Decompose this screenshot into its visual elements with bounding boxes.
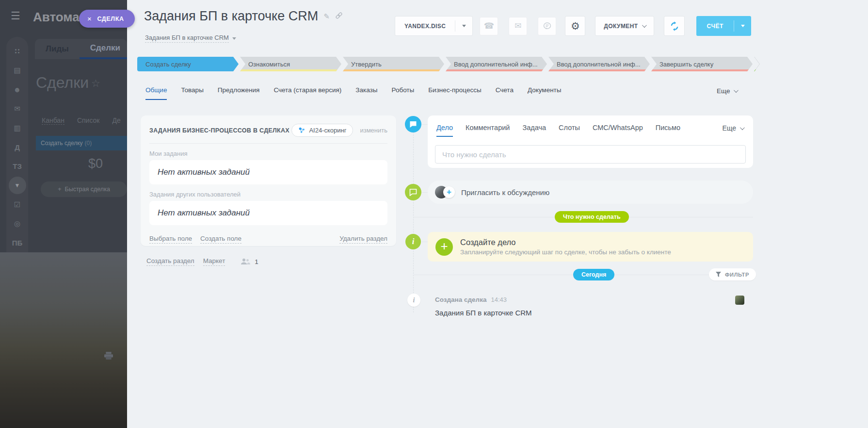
invite-row[interactable]: + Пригласить к обсуждению [428, 181, 753, 204]
deal-badge[interactable]: × СДЕЛКА [79, 10, 135, 28]
stage-review[interactable]: Ознакомиться [240, 57, 341, 71]
edit-section-link[interactable]: изменить [360, 127, 387, 134]
storage-button-label: YANDEX.DISC [395, 23, 455, 30]
hint-title: Создайте дело [460, 238, 671, 247]
chat-icon [543, 22, 551, 30]
chat-button[interactable] [538, 17, 556, 35]
stage-next-partial[interactable] [754, 57, 760, 71]
tab-sms-whatsapp[interactable]: СМС/WhatsApp [593, 124, 643, 137]
hint-text: Запланируйте следующий шаг по сделке, чт… [460, 248, 671, 256]
timeline-entry-text[interactable]: Задания БП в карточке CRM [435, 309, 532, 317]
phone-button[interactable]: ☎ [480, 17, 498, 35]
plus-icon: + [440, 239, 448, 254]
activity-bubble-icon [405, 116, 421, 132]
document-button-label: ДОКУМЕНТ [604, 23, 638, 30]
field-value: Нет активных заданий [158, 167, 250, 177]
tab-robots[interactable]: Роботы [391, 86, 414, 100]
tab-invoices-old[interactable]: Счета (старая версия) [273, 86, 341, 100]
tab-products[interactable]: Товары [181, 86, 203, 100]
select-field-link[interactable]: Выбрать поле [149, 235, 192, 244]
tab-general[interactable]: Общие [145, 86, 167, 100]
stage-label: Ввод дополнительной инф... [557, 61, 641, 68]
ai-scoring-label: AI24-скоринг [309, 127, 346, 134]
field-my-tasks[interactable]: Нет активных заданий [149, 160, 387, 184]
screen: ☰ Автома ∷ ▤ ☻ ✉ ▥ Д ТЗ ▼ ☑ ◎ ПБ П РЛ ◱ … [0, 0, 868, 428]
tab-quotes[interactable]: Предложения [218, 86, 260, 100]
edit-title-icon[interactable]: ✎ [323, 12, 330, 21]
stage-color-strip [548, 69, 650, 71]
timeline-tabs: Дело Комментарий Задача Слоты СМС/WhatsA… [428, 115, 753, 137]
divider [149, 143, 387, 144]
invoice-dropdown[interactable] [734, 25, 751, 27]
storage-dropdown[interactable] [455, 25, 472, 27]
tab-letter[interactable]: Письмо [656, 124, 680, 137]
link-icon[interactable] [335, 12, 343, 21]
info-bubble-icon: i [405, 234, 421, 249]
add-user-button[interactable]: + [443, 186, 455, 198]
stage-label: Завершить сделку [659, 61, 713, 68]
field-other-users-tasks[interactable]: Нет активных заданий [149, 201, 387, 225]
create-field-link[interactable]: Создать поле [200, 235, 241, 244]
observers-counter[interactable]: 1 [241, 258, 258, 265]
field-label-my-tasks: Мои задания [149, 150, 387, 157]
comment-bubble-icon [405, 184, 421, 200]
delete-section-link[interactable]: Удалить раздел [339, 235, 387, 244]
activity-input[interactable] [435, 145, 746, 164]
deal-tabs: Общие Товары Предложения Счета (старая в… [145, 86, 561, 100]
timeline-connector [421, 192, 428, 193]
close-icon[interactable]: × [87, 15, 92, 23]
tab-slots[interactable]: Слоты [559, 124, 580, 137]
stage-color-strip [651, 69, 753, 71]
chevron-down-icon [642, 23, 647, 28]
deal-badge-label: СДЕЛКА [97, 16, 124, 22]
toolbar: YANDEX.DISC ☎ ✉ ⚙ ДОКУМЕНТ СЧЁТ [395, 16, 751, 36]
tab-comment[interactable]: Комментарий [466, 124, 510, 137]
timeline-more-label: Еще [723, 124, 737, 132]
timeline-composer-card: Дело Комментарий Задача Слоты СМС/WhatsA… [428, 115, 753, 168]
storage-button[interactable]: YANDEX.DISC [395, 16, 473, 36]
market-link[interactable]: Маркет [203, 257, 225, 266]
stage-create-deal[interactable]: Создать сделку [137, 57, 239, 71]
timeline-entry-header: Создана сделка 14:43 [435, 296, 507, 303]
tab-activity[interactable]: Дело [436, 124, 453, 137]
dim-overlay [0, 0, 127, 428]
tab-orders[interactable]: Заказы [355, 86, 377, 100]
tabs-more-label: Еще [717, 87, 730, 95]
create-section-link[interactable]: Создать раздел [146, 257, 194, 266]
background-page: ☰ Автома ∷ ▤ ☻ ✉ ▥ Д ТЗ ▼ ☑ ◎ ПБ П РЛ ◱ … [0, 0, 127, 428]
timeline-tabs-more[interactable]: Еще [723, 124, 744, 132]
deal-type-selector[interactable]: Задания БП в карточке CRM [145, 34, 236, 43]
stage-color-strip [240, 69, 341, 71]
section-title: ЗАДАНИЯ БИЗНЕС-ПРОЦЕССОВ В СДЕЛКАХ [149, 127, 291, 134]
stage-extra-info-2[interactable]: Ввод дополнительной инф... [548, 57, 650, 71]
filter-button[interactable]: ФИЛЬТР [709, 268, 756, 280]
stage-finish-deal[interactable]: Завершить сделку [651, 57, 753, 71]
add-activity-button[interactable]: + [435, 238, 453, 256]
stage-color-strip [446, 69, 547, 71]
ai-scoring-badge[interactable]: AI24-скоринг [291, 124, 353, 137]
mail-icon: ✉ [514, 21, 521, 31]
settings-button[interactable]: ⚙ [565, 16, 585, 36]
caret-down-icon [741, 25, 745, 27]
tab-task[interactable]: Задача [522, 124, 546, 137]
tab-documents[interactable]: Документы [528, 86, 562, 100]
tab-invoices[interactable]: Счета [496, 86, 514, 100]
create-activity-hint-card[interactable]: + Создайте дело Запланируйте следующий ш… [428, 232, 753, 262]
bp-tasks-section-card: ЗАДАНИЯ БИЗНЕС-ПРОЦЕССОВ В СДЕЛКАХ AI24-… [141, 115, 396, 246]
stage-approve[interactable]: Утвердить [343, 57, 444, 71]
avatar [735, 296, 744, 305]
document-button[interactable]: ДОКУМЕНТ [595, 16, 654, 36]
stage-label: Создать сделку [145, 61, 191, 68]
sync-button[interactable] [664, 16, 685, 36]
stage-extra-info-1[interactable]: Ввод дополнительной инф... [446, 57, 547, 71]
field-label-other-tasks: Задания других пользователей [149, 191, 387, 198]
molecule-icon [298, 127, 305, 134]
tabs-more-button[interactable]: Еще [717, 87, 737, 95]
tab-business-processes[interactable]: Бизнес-процессы [428, 86, 481, 100]
sync-icon [669, 21, 680, 32]
email-button[interactable]: ✉ [509, 17, 527, 35]
invoice-button[interactable]: СЧЁТ [696, 16, 751, 36]
section-footer-links: Создать раздел Маркет 1 [146, 257, 258, 266]
timeline-connector [421, 124, 428, 125]
filter-label: ФИЛЬТР [725, 272, 749, 278]
